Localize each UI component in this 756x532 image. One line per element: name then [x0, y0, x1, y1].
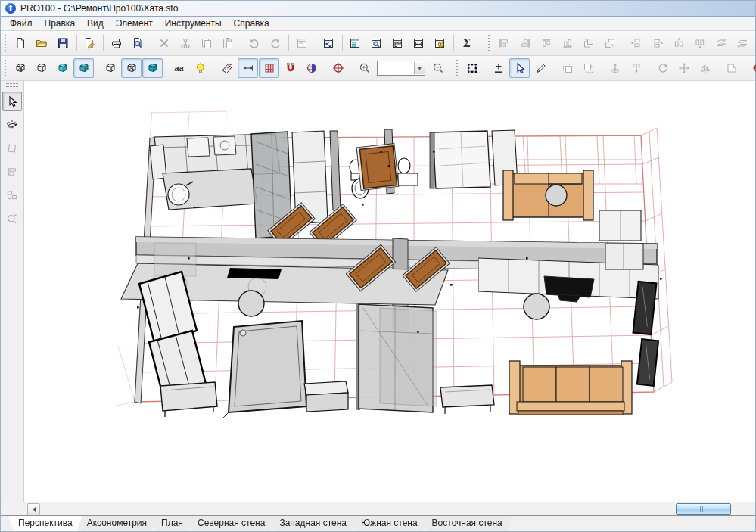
zoom-tool-button[interactable]	[2, 209, 22, 229]
align-bottom-button[interactable]	[558, 33, 578, 53]
zoom-level-combo[interactable]: ▾	[377, 61, 425, 76]
tab-east-wall[interactable]: Восточная стена	[422, 516, 512, 531]
sum-report-button[interactable]: Σ	[456, 33, 477, 53]
cut-button[interactable]	[175, 33, 195, 53]
menu-view[interactable]: Вид	[81, 17, 110, 30]
open-file-button[interactable]	[32, 33, 52, 53]
move-3d-horizontal-button[interactable]	[711, 33, 732, 53]
shift-down-button[interactable]	[690, 33, 711, 53]
group-button[interactable]	[557, 58, 577, 78]
palette-grip[interactable]	[6, 83, 18, 87]
align-left-button[interactable]	[494, 33, 515, 53]
horizontal-scrollbar[interactable]	[1, 502, 755, 515]
shift-right-button[interactable]	[648, 33, 668, 53]
move-tool-button[interactable]	[2, 185, 22, 205]
send-to-back-button[interactable]	[600, 33, 621, 53]
zoom-in-button[interactable]	[354, 58, 375, 78]
print-preview-button[interactable]	[127, 33, 148, 53]
delete-icon	[158, 37, 170, 49]
rotate-horizontal-button[interactable]	[626, 58, 646, 78]
select-tool-button[interactable]	[2, 92, 22, 111]
colored-view-button[interactable]	[52, 58, 73, 78]
rotate-vertical-button[interactable]	[605, 58, 625, 78]
center-view-button[interactable]	[328, 58, 348, 78]
zoom-out-button[interactable]	[428, 58, 448, 78]
menu-bar: Файл Правка Вид Элемент Инструменты Спра…	[1, 17, 755, 31]
textured-view-button[interactable]	[73, 58, 94, 78]
price-report-button[interactable]	[430, 33, 450, 53]
dimensions-window-button[interactable]	[409, 33, 429, 53]
edges-view-button[interactable]	[121, 58, 142, 78]
right-wall-cabinets	[599, 210, 658, 386]
align-right-button[interactable]	[515, 33, 536, 53]
ungroup-button[interactable]	[578, 58, 599, 78]
new-document-button[interactable]	[11, 33, 31, 53]
paste-button[interactable]	[217, 33, 238, 53]
align-tool-button[interactable]	[2, 162, 22, 182]
show-grid-button[interactable]	[259, 58, 279, 78]
report-tree-button[interactable]	[387, 33, 408, 53]
contour-view-button[interactable]	[100, 58, 120, 78]
move-3d-vertical-button[interactable]	[733, 33, 753, 53]
solid-view-button[interactable]	[142, 58, 163, 78]
toolbar-grip[interactable]	[456, 60, 458, 76]
undo-button[interactable]	[244, 33, 264, 53]
antialias-text-button[interactable]: aa	[169, 58, 189, 78]
tab-perspective[interactable]: Перспектива	[8, 516, 82, 531]
menu-edit[interactable]: Правка	[39, 17, 82, 30]
settings-checklist-button[interactable]	[319, 33, 339, 53]
scrollbar-thumb[interactable]	[676, 503, 731, 515]
print-button[interactable]	[106, 33, 126, 53]
shift-up-button[interactable]	[669, 33, 689, 53]
save-file-button[interactable]	[53, 33, 73, 53]
page-setup-button[interactable]	[79, 33, 100, 53]
toolbar-view: aa ▾	[1, 56, 755, 81]
redo-button[interactable]	[265, 33, 285, 53]
delete-button[interactable]	[154, 33, 174, 53]
menu-element[interactable]: Элемент	[110, 17, 159, 30]
align-top-button[interactable]	[537, 33, 557, 53]
texture-paint-button[interactable]	[216, 58, 237, 78]
element-properties-button[interactable]	[292, 33, 313, 53]
rotate-button[interactable]	[652, 58, 673, 78]
tab-plan[interactable]: План	[151, 516, 193, 531]
chevron-down-icon[interactable]: ▾	[414, 62, 425, 74]
toolbar-grip[interactable]	[5, 60, 6, 76]
move-button[interactable]	[674, 58, 694, 78]
magnet-snap-button[interactable]	[280, 58, 300, 78]
autorotate-sphere-button[interactable]	[301, 58, 322, 78]
insert-element-button[interactable]	[488, 58, 509, 78]
scroll-left-button[interactable]	[27, 503, 40, 515]
menu-tools[interactable]: Инструменты	[159, 17, 228, 30]
toolbar-grip[interactable]	[5, 35, 7, 51]
structure-list-button[interactable]	[345, 33, 366, 53]
bring-to-front-button[interactable]	[579, 33, 599, 53]
show-dimensions-button[interactable]	[238, 58, 258, 78]
select-all-points-button[interactable]	[462, 58, 482, 78]
shift-left-button[interactable]	[627, 33, 647, 53]
zoom-level-input[interactable]	[378, 63, 414, 73]
new-shape-tool-button[interactable]	[2, 138, 22, 158]
sigma-icon: Σ	[462, 38, 471, 49]
wireframe-view-button[interactable]	[10, 58, 30, 78]
tab-axonometry[interactable]: Аксонометрия	[77, 516, 157, 531]
mirror-button[interactable]	[695, 58, 715, 78]
tab-west-wall[interactable]: Западная стена	[269, 516, 356, 531]
tab-south-wall[interactable]: Южная стена	[351, 516, 428, 531]
menu-file[interactable]: Файл	[4, 17, 39, 30]
light-button[interactable]	[190, 58, 210, 78]
select-cursor-button[interactable]	[509, 58, 530, 78]
apartment-3d-view	[24, 81, 755, 502]
hidden-lines-view-button[interactable]	[31, 58, 51, 78]
toolbar-grip[interactable]	[488, 35, 490, 51]
edit-shape-button[interactable]	[721, 58, 742, 78]
move-tool-icon	[6, 189, 18, 201]
preview-window-button[interactable]	[366, 33, 387, 53]
copy-button[interactable]	[196, 33, 216, 53]
target-center-button[interactable]	[748, 58, 756, 78]
menu-help[interactable]: Справка	[228, 17, 275, 30]
tab-north-wall[interactable]: Северная стена	[188, 516, 275, 531]
design-canvas[interactable]	[24, 81, 755, 502]
draw-pen-button[interactable]	[530, 58, 551, 78]
new-element-tool-button[interactable]	[2, 115, 22, 135]
